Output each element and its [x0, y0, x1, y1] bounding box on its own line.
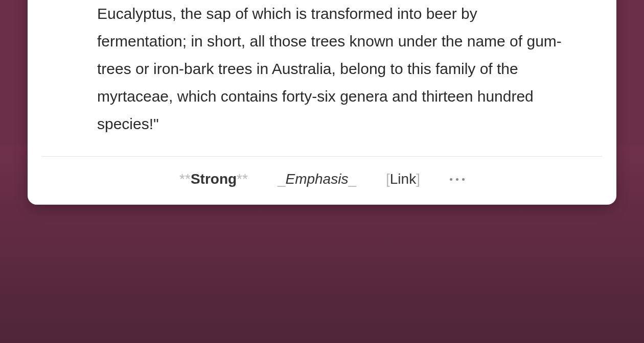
strong-prefix: ** [179, 171, 191, 187]
more-icon [450, 178, 452, 181]
emphasis-suffix: _ [348, 171, 356, 187]
emphasis-label: Emphasis [285, 171, 348, 187]
editor-card: Eucalyptus, the sap of which is transfor… [28, 0, 616, 205]
strong-suffix: ** [237, 171, 248, 187]
more-button[interactable] [450, 178, 465, 181]
strong-button[interactable]: ** Strong ** [179, 171, 248, 187]
formatting-toolbar: ** Strong ** _ Emphasis _ [ Link ] [28, 157, 616, 189]
link-suffix: ] [416, 171, 420, 187]
strong-label: Strong [191, 171, 237, 187]
link-prefix: [ [386, 171, 390, 187]
link-button[interactable]: [ Link ] [386, 171, 420, 187]
emphasis-prefix: _ [278, 171, 286, 187]
more-icon [462, 178, 465, 181]
more-icon [456, 178, 458, 181]
link-label: Link [390, 171, 416, 187]
editor-content[interactable]: Eucalyptus, the sap of which is transfor… [28, 0, 616, 156]
emphasis-button[interactable]: _ Emphasis _ [278, 171, 356, 187]
